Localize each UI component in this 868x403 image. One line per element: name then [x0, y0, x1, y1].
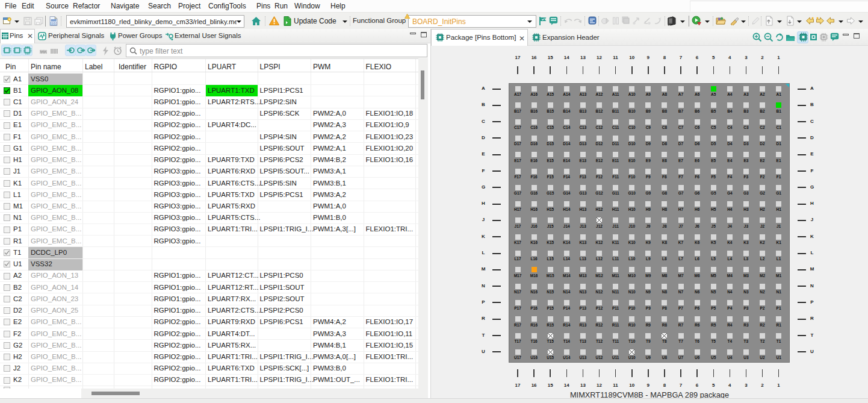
svg-text:010: 010: [51, 22, 56, 25]
